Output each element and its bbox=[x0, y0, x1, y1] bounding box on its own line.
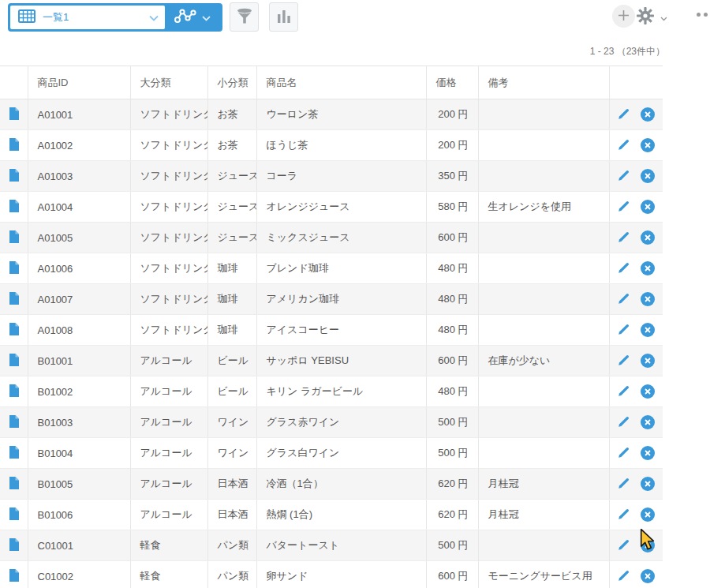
open-record-button[interactable] bbox=[9, 415, 19, 430]
edit-record-button[interactable] bbox=[618, 507, 630, 522]
delete-record-button[interactable] bbox=[641, 384, 655, 399]
open-record-button[interactable] bbox=[9, 200, 19, 215]
table-row: A01004 ソフトドリンク ジュース オレンジジュース 580 円 生オレンジ… bbox=[0, 192, 663, 223]
edit-record-button[interactable] bbox=[618, 261, 630, 276]
open-record-button[interactable] bbox=[9, 138, 19, 153]
pencil-icon bbox=[618, 138, 630, 153]
edit-record-button[interactable] bbox=[618, 477, 630, 492]
cell-price: 500 円 bbox=[426, 530, 478, 561]
selected-view-name: 一覧1 bbox=[43, 10, 149, 24]
open-record-button[interactable] bbox=[9, 446, 19, 461]
delete-record-button[interactable] bbox=[641, 507, 655, 522]
edit-record-button[interactable] bbox=[618, 292, 630, 307]
delete-record-button[interactable] bbox=[641, 107, 655, 122]
edit-record-button[interactable] bbox=[618, 230, 630, 245]
delete-record-button[interactable] bbox=[641, 354, 655, 368]
chevron-down-icon bbox=[202, 10, 211, 24]
cell-product-id: A01005 bbox=[28, 223, 130, 253]
delete-record-button[interactable] bbox=[641, 261, 655, 275]
cell-subcategory: ジュース bbox=[207, 192, 256, 223]
more-options-button[interactable] bbox=[697, 13, 708, 17]
cell-product-name: サッポロ YEBISU bbox=[256, 346, 426, 376]
delete-x-icon bbox=[641, 354, 655, 368]
edit-record-button[interactable] bbox=[618, 538, 630, 553]
cell-category: アルコール bbox=[130, 500, 207, 530]
open-record-button[interactable] bbox=[9, 569, 19, 584]
open-record-button[interactable] bbox=[9, 507, 19, 522]
edit-record-button[interactable] bbox=[618, 446, 630, 461]
delete-record-button[interactable] bbox=[641, 477, 655, 491]
edit-record-button[interactable] bbox=[618, 138, 630, 153]
delete-x-icon bbox=[641, 538, 655, 552]
open-record-button[interactable] bbox=[9, 354, 19, 369]
open-record-button[interactable] bbox=[9, 169, 19, 184]
pencil-icon bbox=[618, 477, 630, 492]
cell-product-id: B01002 bbox=[28, 376, 130, 407]
delete-record-button[interactable] bbox=[641, 446, 655, 460]
delete-record-button[interactable] bbox=[641, 415, 655, 429]
delete-record-button[interactable] bbox=[641, 138, 655, 152]
cell-product-name: 冷酒（1合） bbox=[256, 469, 426, 500]
edit-record-button[interactable] bbox=[618, 384, 630, 399]
edit-record-button[interactable] bbox=[618, 200, 630, 215]
table-row: A01003 ソフトドリンク ジュース コーラ 350 円 bbox=[0, 161, 663, 192]
delete-record-button[interactable] bbox=[641, 323, 655, 337]
column-header-note[interactable]: 備考 bbox=[478, 66, 609, 99]
edit-record-button[interactable] bbox=[618, 354, 630, 369]
delete-record-button[interactable] bbox=[641, 569, 655, 583]
edit-record-button[interactable] bbox=[618, 415, 630, 430]
column-header-price[interactable]: 価格 bbox=[426, 66, 478, 99]
view-selector-dropdown[interactable]: 一覧1 bbox=[10, 6, 165, 29]
file-document-icon bbox=[9, 446, 19, 461]
column-header-subcategory[interactable]: 小分類 bbox=[207, 66, 256, 99]
delete-record-button[interactable] bbox=[641, 169, 655, 183]
edit-record-button[interactable] bbox=[618, 569, 630, 584]
open-record-button[interactable] bbox=[9, 292, 19, 307]
open-record-button[interactable] bbox=[9, 323, 19, 338]
cell-price: 620 円 bbox=[426, 500, 478, 530]
app-settings-button[interactable] bbox=[636, 6, 667, 28]
cell-note bbox=[478, 438, 609, 469]
delete-record-button[interactable] bbox=[641, 230, 655, 245]
edit-record-button[interactable] bbox=[618, 323, 630, 338]
table-row: B01004 アルコール ワイン グラス白ワイン 500 円 bbox=[0, 438, 663, 469]
open-record-button[interactable] bbox=[9, 538, 19, 553]
cell-product-id: B01005 bbox=[28, 469, 130, 500]
chart-button[interactable] bbox=[269, 2, 298, 32]
pencil-icon bbox=[618, 169, 630, 184]
open-record-button[interactable] bbox=[9, 230, 19, 245]
column-header-category[interactable]: 大分類 bbox=[130, 66, 207, 99]
cell-price: 500 円 bbox=[426, 438, 478, 469]
edit-record-button[interactable] bbox=[618, 169, 630, 184]
open-record-button[interactable] bbox=[9, 477, 19, 492]
delete-record-button[interactable] bbox=[641, 200, 655, 214]
record-count: 1 - 23 （23件中） bbox=[0, 45, 665, 58]
cell-subcategory: 日本酒 bbox=[207, 469, 256, 500]
delete-x-icon bbox=[641, 384, 655, 399]
icon-column-header bbox=[0, 66, 28, 99]
graph-view-button[interactable] bbox=[165, 6, 220, 29]
cell-category: 軽食 bbox=[130, 530, 207, 561]
add-record-button[interactable] bbox=[612, 5, 635, 28]
delete-record-button[interactable] bbox=[641, 292, 655, 306]
table-row: C01001 軽食 パン類 バタートースト 500 円 bbox=[0, 530, 663, 561]
delete-x-icon bbox=[641, 200, 655, 214]
file-document-icon bbox=[9, 230, 19, 245]
delete-record-button[interactable] bbox=[641, 538, 655, 552]
cell-product-name: グラス白ワイン bbox=[256, 438, 426, 469]
pencil-icon bbox=[618, 384, 630, 399]
open-record-button[interactable] bbox=[9, 384, 19, 399]
file-document-icon bbox=[9, 415, 19, 430]
cell-product-name: ミックスジュース bbox=[256, 223, 426, 253]
chevron-down-icon bbox=[149, 10, 159, 24]
table-row: B01001 アルコール ビール サッポロ YEBISU 600 円 在庫が少な… bbox=[0, 346, 663, 376]
column-header-name[interactable]: 商品名 bbox=[256, 66, 426, 99]
filter-button[interactable] bbox=[230, 2, 259, 32]
column-header-id[interactable]: 商品ID bbox=[28, 66, 130, 99]
open-record-button[interactable] bbox=[9, 261, 19, 276]
edit-record-button[interactable] bbox=[618, 107, 630, 122]
file-document-icon bbox=[9, 261, 19, 276]
cell-category: アルコール bbox=[130, 469, 207, 500]
open-record-button[interactable] bbox=[9, 107, 19, 122]
cell-category: アルコール bbox=[130, 376, 207, 407]
